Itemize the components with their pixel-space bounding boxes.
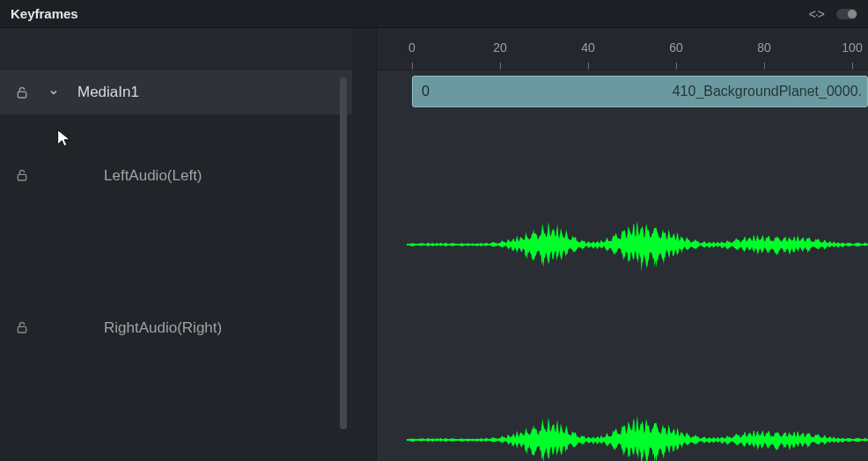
panel-toggle[interactable]: [836, 9, 857, 19]
panel-title: Keyframes: [11, 6, 78, 21]
ruler-tick: 0: [408, 40, 416, 55]
timeline-area: 020406080100 0 410_BackgroundPlanet_0000…: [377, 28, 868, 461]
unlock-icon[interactable]: [14, 84, 30, 100]
track-list-sidebar: MediaIn1 LeftAudio(Left): [0, 28, 352, 461]
ruler-spacer: [0, 28, 352, 70]
track-label: RightAudio(Right): [104, 319, 222, 337]
ruler-tick: 80: [757, 40, 771, 55]
track-row-left-audio[interactable]: LeftAudio(Left): [0, 114, 352, 251]
track-row-mediain1[interactable]: MediaIn1: [0, 70, 352, 114]
track-label: MediaIn1: [77, 84, 139, 101]
unlock-icon[interactable]: [14, 167, 30, 183]
ruler-tick: 60: [669, 40, 683, 55]
svg-rect-0: [18, 91, 26, 98]
waveform-right[interactable]: [407, 413, 868, 461]
sidebar-scrollbar[interactable]: [340, 77, 347, 429]
clip-name: 410_BackgroundPlanet_0000.: [673, 84, 862, 99]
ruler-tick: 100: [842, 40, 862, 55]
clip-start-frame: 0: [422, 84, 430, 99]
track-row-right-audio[interactable]: RightAudio(Right): [0, 251, 352, 409]
code-icon[interactable]: <·>: [809, 7, 824, 21]
waveform-left[interactable]: [407, 218, 868, 271]
column-divider[interactable]: [352, 28, 377, 461]
panel-header: Keyframes <·>: [0, 0, 868, 28]
time-ruler[interactable]: 020406080100: [377, 28, 868, 70]
keyframes-panel: Keyframes <·> MediaIn1: [0, 0, 868, 461]
media-clip[interactable]: 0 410_BackgroundPlanet_0000.: [412, 76, 868, 107]
track-label: LeftAudio(Left): [104, 167, 202, 185]
ruler-tick: 20: [493, 40, 507, 55]
chevron-down-icon[interactable]: [48, 87, 60, 98]
unlock-icon[interactable]: [14, 319, 30, 335]
panel-body: MediaIn1 LeftAudio(Left): [0, 28, 868, 461]
header-controls: <·>: [809, 7, 857, 21]
ruler-tick: 40: [581, 40, 595, 55]
tracks-canvas[interactable]: 0 410_BackgroundPlanet_0000.: [377, 70, 868, 461]
svg-rect-1: [18, 174, 26, 180]
svg-rect-2: [18, 326, 26, 333]
